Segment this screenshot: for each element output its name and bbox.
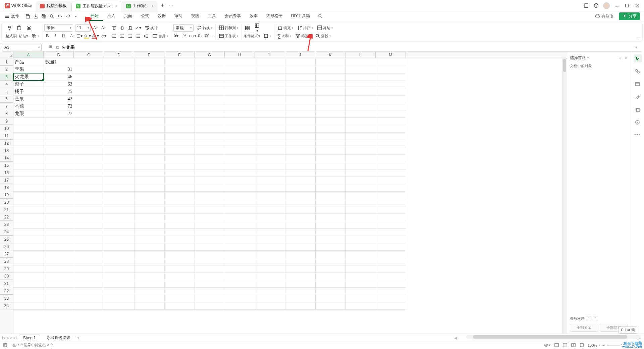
cell-A4[interactable]: 梨子 bbox=[13, 81, 44, 88]
cell-L28[interactable] bbox=[345, 258, 376, 265]
cell-J24[interactable] bbox=[285, 228, 315, 236]
cell-K24[interactable] bbox=[315, 228, 345, 236]
increase-decimal-icon[interactable]: .00→ bbox=[206, 33, 212, 39]
row-header-10[interactable]: 10 bbox=[0, 125, 13, 132]
col-header-E[interactable]: E bbox=[134, 52, 164, 58]
qab-more-icon[interactable]: ▾ bbox=[73, 13, 79, 19]
cell-L14[interactable] bbox=[345, 154, 376, 162]
cell-E20[interactable] bbox=[134, 199, 164, 206]
cell-M19[interactable] bbox=[376, 191, 406, 199]
row-header-16[interactable]: 16 bbox=[0, 169, 13, 177]
cell-M4[interactable] bbox=[376, 81, 406, 88]
cell-A5[interactable]: 橘子 bbox=[13, 88, 44, 95]
align-top-icon[interactable] bbox=[111, 25, 117, 31]
cell-I2[interactable] bbox=[255, 66, 285, 73]
cell-D20[interactable] bbox=[104, 199, 134, 206]
align-bottom-icon[interactable] bbox=[127, 25, 133, 31]
cell-K33[interactable] bbox=[315, 295, 345, 302]
freeze-button[interactable]: 冻结▾ bbox=[316, 25, 334, 31]
cell-B27[interactable] bbox=[44, 250, 74, 258]
cell-K22[interactable] bbox=[315, 213, 345, 221]
cell-A26[interactable] bbox=[13, 243, 44, 250]
wrap-text-button[interactable]: 换行 bbox=[143, 25, 159, 31]
add-sheet-button[interactable]: + bbox=[74, 336, 82, 340]
cell-D26[interactable] bbox=[104, 243, 134, 250]
cell-A20[interactable] bbox=[13, 199, 44, 206]
cell-C19[interactable] bbox=[74, 191, 104, 199]
status-config-icon[interactable] bbox=[3, 343, 8, 348]
cell-H1[interactable] bbox=[225, 58, 255, 66]
cell-J18[interactable] bbox=[285, 184, 315, 191]
cell-B30[interactable] bbox=[44, 272, 74, 280]
cell-G4[interactable] bbox=[195, 81, 225, 88]
find-button[interactable]: 查找▾ bbox=[314, 33, 332, 39]
menu-方形格子[interactable]: 方形格子 bbox=[262, 12, 287, 21]
cond-format-label[interactable]: 条件格式▾ bbox=[244, 34, 260, 39]
tab-overflow-icon[interactable]: ⋯ bbox=[169, 3, 173, 8]
cell-K8[interactable] bbox=[315, 110, 345, 117]
cell-K18[interactable] bbox=[315, 184, 345, 191]
cell-F20[interactable] bbox=[164, 199, 195, 206]
cell-C24[interactable] bbox=[74, 228, 104, 236]
cell-H2[interactable] bbox=[225, 66, 255, 73]
cell-M11[interactable] bbox=[376, 132, 406, 140]
properties-pane-icon[interactable] bbox=[634, 80, 642, 88]
cell-G17[interactable] bbox=[195, 177, 225, 184]
cell-M31[interactable] bbox=[376, 280, 406, 287]
cell-I5[interactable] bbox=[255, 88, 285, 95]
align-center-icon[interactable] bbox=[119, 33, 125, 39]
cell-J3[interactable] bbox=[285, 73, 315, 81]
cell-M7[interactable] bbox=[376, 103, 406, 110]
cell-H26[interactable] bbox=[225, 243, 255, 250]
cell-L33[interactable] bbox=[345, 295, 376, 302]
cell-L18[interactable] bbox=[345, 184, 376, 191]
cell-A11[interactable] bbox=[13, 132, 44, 140]
cell-C23[interactable] bbox=[74, 221, 104, 228]
cell-K19[interactable] bbox=[315, 191, 345, 199]
cell-F24[interactable] bbox=[164, 228, 195, 236]
cell-H10[interactable] bbox=[225, 125, 255, 132]
cell-G21[interactable] bbox=[195, 206, 225, 213]
cell-H27[interactable] bbox=[225, 250, 255, 258]
cell-M17[interactable] bbox=[376, 177, 406, 184]
row-header-25[interactable]: 25 bbox=[0, 236, 13, 243]
cell-K14[interactable] bbox=[315, 154, 345, 162]
cell-J12[interactable] bbox=[285, 140, 315, 147]
cell-H19[interactable] bbox=[225, 191, 255, 199]
align-left-icon[interactable] bbox=[111, 33, 117, 39]
col-header-C[interactable]: C bbox=[74, 52, 104, 58]
cell-B5[interactable]: 25 bbox=[44, 88, 74, 95]
cell-F13[interactable] bbox=[164, 147, 195, 154]
cell-J32[interactable] bbox=[285, 287, 315, 295]
cell-J29[interactable] bbox=[285, 265, 315, 272]
cell-H13[interactable] bbox=[225, 147, 255, 154]
cell-B17[interactable] bbox=[44, 177, 74, 184]
cell-H22[interactable] bbox=[225, 213, 255, 221]
cell-A33[interactable] bbox=[13, 295, 44, 302]
cell-B13[interactable] bbox=[44, 147, 74, 154]
row-header-29[interactable]: 29 bbox=[0, 265, 13, 272]
row-header-17[interactable]: 17 bbox=[0, 177, 13, 184]
menu-视图[interactable]: 视图 bbox=[187, 12, 204, 21]
cell-D27[interactable] bbox=[104, 250, 134, 258]
copy-icon[interactable]: ▾ bbox=[30, 33, 40, 39]
cell-B16[interactable] bbox=[44, 169, 74, 177]
cell-A25[interactable] bbox=[13, 236, 44, 243]
cell-L30[interactable] bbox=[345, 272, 376, 280]
row-header-31[interactable]: 31 bbox=[0, 280, 13, 287]
cell-L19[interactable] bbox=[345, 191, 376, 199]
cell-H23[interactable] bbox=[225, 221, 255, 228]
cell-K7[interactable] bbox=[315, 103, 345, 110]
cell-C13[interactable] bbox=[74, 147, 104, 154]
cell-I27[interactable] bbox=[255, 250, 285, 258]
cell-J6[interactable] bbox=[285, 95, 315, 103]
cell-A16[interactable] bbox=[13, 169, 44, 177]
cell-L11[interactable] bbox=[345, 132, 376, 140]
decrease-font-icon[interactable]: A⁻ bbox=[101, 25, 107, 31]
select-all-corner[interactable] bbox=[0, 52, 13, 58]
more-panes-icon[interactable]: ••• bbox=[634, 131, 642, 139]
view-normal-icon[interactable] bbox=[554, 343, 559, 348]
cell-H9[interactable] bbox=[225, 117, 255, 125]
cell-H34[interactable] bbox=[225, 302, 255, 309]
cell-C28[interactable] bbox=[74, 258, 104, 265]
